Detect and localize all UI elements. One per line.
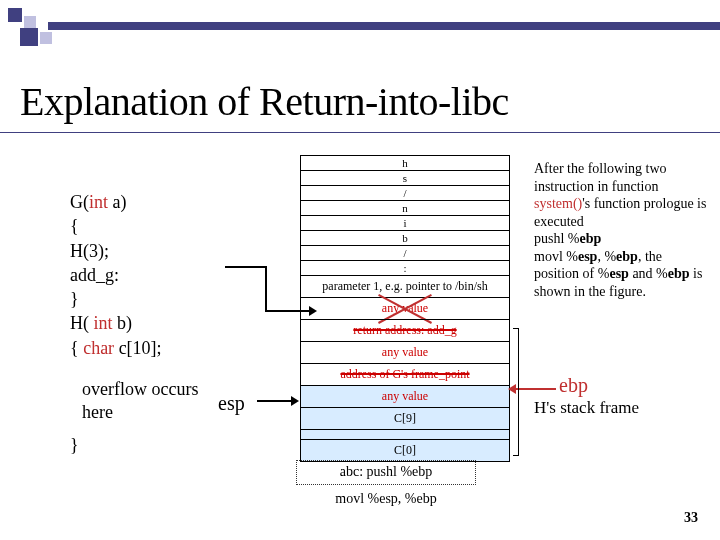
stack-cell-any: any value [300, 297, 510, 319]
arrow-add-g [225, 266, 290, 326]
stack-gap [300, 429, 510, 439]
slide-title: Explanation of Return-into-libc [20, 78, 509, 125]
deco-top [0, 6, 720, 46]
h-frame-label: H's stack frame [534, 398, 639, 418]
stack-dots: : [300, 260, 510, 275]
code-block: G(int a) { H(3); add_g: } H( int b) { ch… [70, 190, 162, 360]
bottom-asm: abc: pushl %ebp movl %esp, %ebp [296, 460, 476, 508]
esp-arrow [257, 400, 297, 402]
stack-cell: / [300, 245, 510, 260]
frame-bracket [513, 328, 519, 456]
stack-cell: b [300, 230, 510, 245]
stack-cell-ret: return address: add_g [300, 319, 510, 341]
overflow-note: overflow occurs here [82, 378, 198, 423]
stack-cell: i [300, 215, 510, 230]
stack-cell-c9: C[9] [300, 407, 510, 429]
code-close: } [70, 435, 79, 456]
stack-cell: / [300, 185, 510, 200]
page-number: 33 [684, 510, 698, 526]
stack-cell: h [300, 155, 510, 170]
title-rule [0, 132, 720, 133]
stack-cell-frame: address of G's frame_point [300, 363, 510, 385]
stack-cell: s [300, 170, 510, 185]
stack-cell-param1: parameter 1, e.g. pointer to /bin/sh [300, 275, 510, 297]
slide: Explanation of Return-into-libc G(int a)… [0, 0, 720, 540]
esp-label: esp [218, 392, 245, 415]
stack-cell-c0: C[0] [300, 439, 510, 462]
stack-cell-any: any value [300, 385, 510, 407]
stack-cell: n [300, 200, 510, 215]
asm-line: movl %esp, %ebp [296, 491, 476, 508]
ebp-label: ebp [559, 374, 588, 397]
asm-line: abc: pushl %ebp [296, 460, 476, 485]
stack-cell-any: any value [300, 341, 510, 363]
stack-diagram: h s / n i b / : parameter 1, e.g. pointe… [300, 155, 510, 462]
right-explanation: After the following two instruction in f… [534, 160, 709, 300]
